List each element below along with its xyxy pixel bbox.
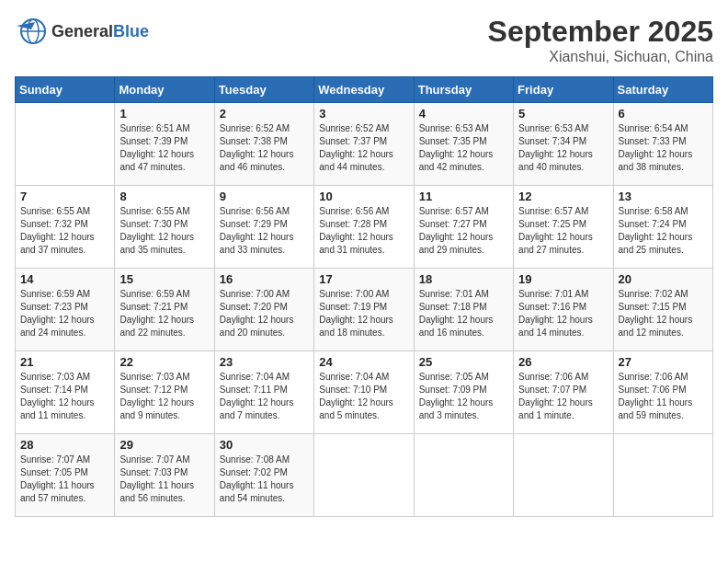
day-info: Sunrise: 7:01 AM Sunset: 7:16 PM Dayligh…	[518, 288, 608, 339]
day-number: 22	[119, 355, 209, 369]
calendar-cell: 19Sunrise: 7:01 AM Sunset: 7:16 PM Dayli…	[514, 269, 613, 351]
day-info: Sunrise: 6:52 AM Sunset: 7:37 PM Dayligh…	[319, 122, 408, 174]
calendar-week-1: 1Sunrise: 6:51 AM Sunset: 7:39 PM Daylig…	[16, 103, 713, 186]
day-number: 21	[20, 355, 109, 369]
calendar-cell: 2Sunrise: 6:52 AM Sunset: 7:38 PM Daylig…	[214, 103, 313, 186]
calendar-cell	[613, 434, 712, 517]
calendar-cell: 16Sunrise: 7:00 AM Sunset: 7:20 PM Dayli…	[214, 269, 313, 351]
day-number: 13	[619, 190, 708, 203]
calendar-cell: 30Sunrise: 7:08 AM Sunset: 7:02 PM Dayli…	[214, 434, 313, 517]
day-number: 23	[220, 355, 309, 369]
day-info: Sunrise: 6:58 AM Sunset: 7:24 PM Dayligh…	[619, 205, 708, 257]
calendar-cell: 29Sunrise: 7:07 AM Sunset: 7:03 PM Dayli…	[115, 434, 214, 517]
day-number: 12	[518, 190, 608, 203]
calendar-cell	[514, 434, 613, 517]
calendar-body: 1Sunrise: 6:51 AM Sunset: 7:39 PM Daylig…	[16, 103, 713, 517]
calendar-cell: 5Sunrise: 6:53 AM Sunset: 7:34 PM Daylig…	[514, 103, 613, 186]
day-number: 17	[319, 272, 408, 286]
logo-general: General	[51, 22, 113, 40]
day-info: Sunrise: 7:04 AM Sunset: 7:10 PM Dayligh…	[319, 371, 408, 422]
day-info: Sunrise: 6:53 AM Sunset: 7:34 PM Dayligh…	[518, 122, 608, 174]
day-number: 3	[319, 107, 408, 121]
day-info: Sunrise: 6:53 AM Sunset: 7:35 PM Dayligh…	[419, 122, 508, 174]
column-header-tuesday: Tuesday	[214, 77, 313, 103]
calendar-cell	[314, 434, 414, 517]
day-number: 27	[619, 355, 708, 369]
location-title: Xianshui, Sichuan, China	[488, 49, 713, 65]
day-number: 1	[119, 107, 209, 121]
day-number: 29	[119, 438, 209, 452]
day-info: Sunrise: 6:54 AM Sunset: 7:33 PM Dayligh…	[619, 122, 708, 174]
calendar-cell: 28Sunrise: 7:07 AM Sunset: 7:05 PM Dayli…	[16, 434, 115, 517]
calendar-cell: 13Sunrise: 6:58 AM Sunset: 7:24 PM Dayli…	[613, 186, 712, 269]
calendar-cell: 12Sunrise: 6:57 AM Sunset: 7:25 PM Dayli…	[514, 186, 613, 269]
day-number: 9	[220, 190, 309, 203]
calendar-cell: 15Sunrise: 6:59 AM Sunset: 7:21 PM Dayli…	[115, 269, 214, 351]
day-info: Sunrise: 6:55 AM Sunset: 7:30 PM Dayligh…	[119, 205, 209, 257]
calendar-cell: 14Sunrise: 6:59 AM Sunset: 7:23 PM Dayli…	[16, 269, 115, 351]
day-number: 10	[319, 190, 408, 203]
day-info: Sunrise: 7:07 AM Sunset: 7:05 PM Dayligh…	[20, 454, 109, 505]
day-info: Sunrise: 6:57 AM Sunset: 7:25 PM Dayligh…	[518, 205, 608, 257]
calendar-cell: 17Sunrise: 7:00 AM Sunset: 7:19 PM Dayli…	[314, 269, 414, 351]
calendar-cell: 11Sunrise: 6:57 AM Sunset: 7:27 PM Dayli…	[414, 186, 513, 269]
day-info: Sunrise: 6:59 AM Sunset: 7:21 PM Dayligh…	[119, 288, 209, 339]
column-header-friday: Friday	[514, 77, 613, 103]
calendar-cell	[16, 103, 115, 186]
day-info: Sunrise: 6:51 AM Sunset: 7:39 PM Dayligh…	[119, 122, 209, 174]
day-info: Sunrise: 6:56 AM Sunset: 7:28 PM Dayligh…	[319, 205, 408, 257]
calendar-cell: 20Sunrise: 7:02 AM Sunset: 7:15 PM Dayli…	[613, 269, 712, 351]
day-info: Sunrise: 7:06 AM Sunset: 7:07 PM Dayligh…	[518, 371, 608, 422]
day-number: 5	[518, 107, 608, 121]
column-header-wednesday: Wednesday	[314, 77, 414, 103]
calendar-cell: 6Sunrise: 6:54 AM Sunset: 7:33 PM Daylig…	[613, 103, 712, 186]
calendar-cell: 1Sunrise: 6:51 AM Sunset: 7:39 PM Daylig…	[115, 103, 214, 186]
calendar-cell: 9Sunrise: 6:56 AM Sunset: 7:29 PM Daylig…	[214, 186, 313, 269]
day-info: Sunrise: 7:08 AM Sunset: 7:02 PM Dayligh…	[220, 454, 309, 505]
calendar-week-4: 21Sunrise: 7:03 AM Sunset: 7:14 PM Dayli…	[16, 351, 713, 434]
day-info: Sunrise: 6:57 AM Sunset: 7:27 PM Dayligh…	[419, 205, 508, 257]
calendar-cell: 18Sunrise: 7:01 AM Sunset: 7:18 PM Dayli…	[414, 269, 513, 351]
day-number: 7	[20, 190, 109, 203]
day-number: 11	[419, 190, 508, 203]
calendar-week-3: 14Sunrise: 6:59 AM Sunset: 7:23 PM Dayli…	[16, 269, 713, 351]
day-info: Sunrise: 6:55 AM Sunset: 7:32 PM Dayligh…	[20, 205, 109, 257]
logo-icon	[15, 15, 48, 48]
day-info: Sunrise: 7:03 AM Sunset: 7:14 PM Dayligh…	[20, 371, 109, 422]
day-number: 30	[220, 438, 309, 452]
calendar-cell: 23Sunrise: 7:04 AM Sunset: 7:11 PM Dayli…	[214, 351, 313, 434]
day-number: 19	[518, 272, 608, 286]
day-info: Sunrise: 6:52 AM Sunset: 7:38 PM Dayligh…	[220, 122, 309, 174]
calendar-header-row: SundayMondayTuesdayWednesdayThursdayFrid…	[16, 77, 713, 103]
calendar-week-5: 28Sunrise: 7:07 AM Sunset: 7:05 PM Dayli…	[16, 434, 713, 517]
day-number: 20	[619, 272, 708, 286]
day-info: Sunrise: 7:07 AM Sunset: 7:03 PM Dayligh…	[119, 454, 209, 505]
calendar-cell: 8Sunrise: 6:55 AM Sunset: 7:30 PM Daylig…	[115, 186, 214, 269]
calendar-cell: 4Sunrise: 6:53 AM Sunset: 7:35 PM Daylig…	[414, 103, 513, 186]
day-info: Sunrise: 7:03 AM Sunset: 7:12 PM Dayligh…	[119, 371, 209, 422]
day-number: 26	[518, 355, 608, 369]
calendar-cell: 10Sunrise: 6:56 AM Sunset: 7:28 PM Dayli…	[314, 186, 414, 269]
calendar-cell: 21Sunrise: 7:03 AM Sunset: 7:14 PM Dayli…	[16, 351, 115, 434]
day-info: Sunrise: 7:00 AM Sunset: 7:20 PM Dayligh…	[220, 288, 309, 339]
day-info: Sunrise: 6:59 AM Sunset: 7:23 PM Dayligh…	[20, 288, 109, 339]
day-number: 24	[319, 355, 408, 369]
day-info: Sunrise: 7:04 AM Sunset: 7:11 PM Dayligh…	[220, 371, 309, 422]
calendar-cell: 22Sunrise: 7:03 AM Sunset: 7:12 PM Dayli…	[115, 351, 214, 434]
column-header-saturday: Saturday	[613, 77, 712, 103]
calendar-cell: 26Sunrise: 7:06 AM Sunset: 7:07 PM Dayli…	[514, 351, 613, 434]
day-info: Sunrise: 7:02 AM Sunset: 7:15 PM Dayligh…	[619, 288, 708, 339]
logo-blue: Blue	[113, 22, 149, 40]
day-number: 8	[119, 190, 209, 203]
calendar-week-2: 7Sunrise: 6:55 AM Sunset: 7:32 PM Daylig…	[16, 186, 713, 269]
day-number: 15	[119, 272, 209, 286]
month-title: September 2025	[488, 15, 713, 49]
calendar-table: SundayMondayTuesdayWednesdayThursdayFrid…	[15, 76, 713, 517]
column-header-monday: Monday	[115, 77, 214, 103]
day-number: 25	[419, 355, 508, 369]
day-info: Sunrise: 7:05 AM Sunset: 7:09 PM Dayligh…	[419, 371, 508, 422]
day-info: Sunrise: 7:06 AM Sunset: 7:06 PM Dayligh…	[619, 371, 708, 422]
calendar-cell: 27Sunrise: 7:06 AM Sunset: 7:06 PM Dayli…	[613, 351, 712, 434]
page-header: GeneralBlue September 2025 Xianshui, Sic…	[15, 15, 713, 65]
logo: GeneralBlue	[15, 15, 149, 48]
